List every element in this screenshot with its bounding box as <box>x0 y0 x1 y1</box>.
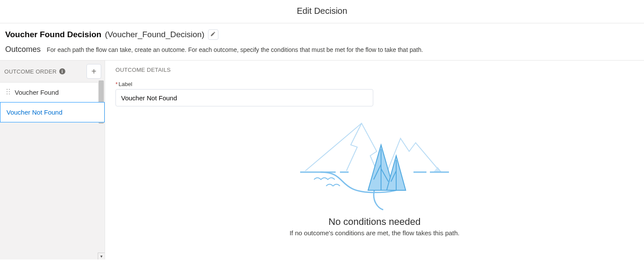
outcome-order-label: OUTCOME ORDER i <box>4 68 65 75</box>
outcome-order-sidebar: OUTCOME ORDER i + Voucher Found Voucher … <box>0 61 105 259</box>
outcome-item-voucher-not-found[interactable]: Voucher Not Found <box>0 102 105 122</box>
required-asterisk: * <box>115 81 118 87</box>
outcomes-title: Outcomes <box>5 45 41 54</box>
modal-title: Edit Decision <box>0 0 644 23</box>
label-field-label-text: Label <box>119 81 132 87</box>
decision-api-name: (Voucher_Found_Decision) <box>105 30 204 39</box>
svg-point-0 <box>6 89 7 90</box>
svg-point-5 <box>9 93 10 94</box>
svg-point-1 <box>9 89 10 90</box>
default-outcome-empty-state: No conditions needed If no outcome's con… <box>115 121 634 237</box>
svg-point-3 <box>9 91 10 92</box>
pencil-icon <box>210 31 216 38</box>
edit-decision-name-button[interactable] <box>208 29 218 40</box>
outcomes-header-row: Outcomes For each path the flow can take… <box>0 43 644 61</box>
outcome-item-voucher-found[interactable]: Voucher Found <box>0 82 105 102</box>
label-field-label: *Label <box>115 81 634 87</box>
sidebar-scroll-down-icon[interactable]: ▾ <box>98 253 105 259</box>
empty-state-title: No conditions needed <box>115 216 634 227</box>
outcome-item-label: Voucher Not Found <box>6 109 62 116</box>
info-icon[interactable]: i <box>59 68 65 74</box>
decision-label: Voucher Found Decision <box>5 30 101 39</box>
mountain-illustration-icon <box>297 121 452 212</box>
outcome-details-panel: OUTCOME DETAILS *Label <box>105 61 644 259</box>
outcome-item-label: Voucher Found <box>15 89 59 96</box>
svg-point-4 <box>6 93 7 94</box>
plus-icon: + <box>91 67 96 77</box>
drag-handle-icon[interactable] <box>6 89 10 96</box>
outcome-order-label-text: OUTCOME ORDER <box>4 68 57 75</box>
outcome-label-input[interactable] <box>115 89 373 106</box>
outcomes-help-text: For each path the flow can take, create … <box>47 46 423 53</box>
add-outcome-button[interactable]: + <box>87 64 101 79</box>
svg-point-2 <box>6 91 7 92</box>
empty-state-subtitle: If no outcome's conditions are met, the … <box>115 229 634 237</box>
decision-name-row: Voucher Found Decision (Voucher_Found_De… <box>0 23 644 43</box>
outcome-details-heading: OUTCOME DETAILS <box>115 67 634 73</box>
